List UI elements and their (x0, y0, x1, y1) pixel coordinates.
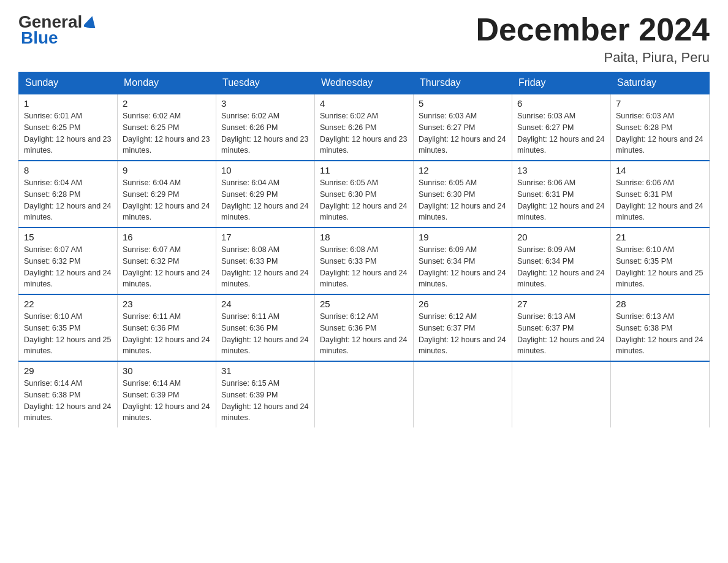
daylight-label: Daylight: (616, 202, 648, 210)
day-number: 3 (221, 98, 309, 109)
day-info: Sunrise: 6:04 AM Sunset: 6:28 PM Dayligh… (24, 177, 112, 223)
sunrise-label: Sunrise: (123, 379, 153, 388)
day-number: 2 (123, 98, 211, 109)
sunset-time: 6:26 PM (249, 123, 278, 132)
sunset-label: Sunset: (221, 190, 249, 199)
day-info: Sunrise: 6:03 AM Sunset: 6:27 PM Dayligh… (517, 110, 605, 156)
sunset-time: 6:27 PM (545, 123, 574, 132)
sunset-time: 6:34 PM (447, 257, 476, 266)
sunset-label: Sunset: (517, 190, 545, 199)
sunrise-label: Sunrise: (221, 178, 251, 187)
sunrise-time: 6:15 AM (251, 379, 279, 388)
sunset-label: Sunset: (419, 190, 447, 199)
day-number: 10 (221, 165, 309, 175)
daylight-label: Daylight: (221, 202, 253, 210)
sunset-label: Sunset: (419, 324, 447, 332)
sunrise-time: 6:02 AM (153, 112, 181, 120)
calendar-cell (414, 361, 512, 427)
sunrise-time: 6:11 AM (153, 312, 181, 321)
sunset-time: 6:30 PM (447, 190, 476, 199)
day-number: 11 (320, 165, 408, 175)
calendar-cell: 2 Sunrise: 6:02 AM Sunset: 6:25 PM Dayli… (118, 94, 216, 161)
day-header-tuesday: Tuesday (216, 72, 315, 94)
daylight-label: Daylight: (419, 135, 450, 144)
day-number: 23 (123, 299, 211, 309)
sunset-label: Sunset: (419, 123, 447, 132)
sunset-label: Sunset: (616, 257, 644, 266)
sunset-time: 6:37 PM (545, 324, 574, 332)
sunrise-label: Sunrise: (419, 112, 449, 120)
day-number: 31 (221, 366, 309, 376)
page-header: General Blue December 2024 Paita, Piura,… (18, 12, 710, 66)
sunrise-time: 6:14 AM (54, 379, 82, 388)
calendar-cell: 4 Sunrise: 6:02 AM Sunset: 6:26 PM Dayli… (315, 94, 414, 161)
sunrise-time: 6:03 AM (646, 112, 674, 120)
day-info: Sunrise: 6:05 AM Sunset: 6:30 PM Dayligh… (419, 177, 507, 223)
daylight-label: Daylight: (24, 335, 56, 344)
daylight-label: Daylight: (517, 202, 549, 210)
day-info: Sunrise: 6:10 AM Sunset: 6:35 PM Dayligh… (24, 311, 112, 357)
sunset-time: 6:39 PM (249, 391, 278, 399)
sunrise-label: Sunrise: (517, 112, 547, 120)
calendar-week-row: 8 Sunrise: 6:04 AM Sunset: 6:28 PM Dayli… (19, 161, 710, 228)
daylight-label: Daylight: (517, 135, 549, 144)
sunrise-time: 6:02 AM (251, 112, 279, 120)
daylight-label: Daylight: (320, 335, 352, 344)
sunrise-time: 6:07 AM (153, 245, 181, 254)
day-number: 18 (320, 232, 408, 242)
sunset-label: Sunset: (123, 190, 151, 199)
daylight-label: Daylight: (419, 269, 450, 277)
calendar-cell: 6 Sunrise: 6:03 AM Sunset: 6:27 PM Dayli… (512, 94, 611, 161)
day-header-saturday: Saturday (611, 72, 710, 94)
sunset-label: Sunset: (320, 123, 348, 132)
calendar-table: SundayMondayTuesdayWednesdayThursdayFrid… (18, 72, 710, 427)
daylight-label: Daylight: (320, 202, 352, 210)
sunrise-time: 6:08 AM (251, 245, 279, 254)
sunrise-time: 6:03 AM (547, 112, 575, 120)
sunrise-time: 6:02 AM (350, 112, 378, 120)
sunrise-time: 6:03 AM (449, 112, 477, 120)
sunrise-time: 6:09 AM (547, 245, 575, 254)
sunset-label: Sunset: (24, 190, 52, 199)
calendar-week-row: 15 Sunrise: 6:07 AM Sunset: 6:32 PM Dayl… (19, 228, 710, 294)
day-number: 4 (320, 98, 408, 109)
sunrise-time: 6:09 AM (449, 245, 477, 254)
day-info: Sunrise: 6:15 AM Sunset: 6:39 PM Dayligh… (221, 378, 309, 424)
calendar-cell: 14 Sunrise: 6:06 AM Sunset: 6:31 PM Dayl… (611, 161, 710, 228)
calendar-cell: 8 Sunrise: 6:04 AM Sunset: 6:28 PM Dayli… (19, 161, 118, 228)
sunset-time: 6:25 PM (52, 123, 81, 132)
sunset-label: Sunset: (517, 324, 545, 332)
sunrise-time: 6:05 AM (350, 178, 378, 187)
sunset-time: 6:38 PM (644, 324, 673, 332)
calendar-cell: 21 Sunrise: 6:10 AM Sunset: 6:35 PM Dayl… (611, 228, 710, 294)
calendar-cell: 23 Sunrise: 6:11 AM Sunset: 6:36 PM Dayl… (118, 294, 216, 361)
calendar-cell: 19 Sunrise: 6:09 AM Sunset: 6:34 PM Dayl… (414, 228, 512, 294)
sunset-label: Sunset: (24, 324, 52, 332)
day-header-monday: Monday (118, 72, 216, 94)
day-header-friday: Friday (512, 72, 611, 94)
sunrise-label: Sunrise: (320, 312, 350, 321)
daylight-label: Daylight: (221, 135, 253, 144)
calendar-cell: 9 Sunrise: 6:04 AM Sunset: 6:29 PM Dayli… (118, 161, 216, 228)
day-info: Sunrise: 6:04 AM Sunset: 6:29 PM Dayligh… (221, 177, 309, 223)
sunrise-label: Sunrise: (320, 112, 350, 120)
calendar-cell: 16 Sunrise: 6:07 AM Sunset: 6:32 PM Dayl… (118, 228, 216, 294)
calendar-cell: 12 Sunrise: 6:05 AM Sunset: 6:30 PM Dayl… (414, 161, 512, 228)
sunrise-time: 6:10 AM (54, 312, 82, 321)
sunset-label: Sunset: (221, 257, 249, 266)
sunset-label: Sunset: (616, 190, 644, 199)
sunset-time: 6:25 PM (151, 123, 180, 132)
sunrise-label: Sunrise: (517, 245, 547, 254)
sunrise-label: Sunrise: (517, 178, 547, 187)
sunset-time: 6:39 PM (151, 391, 180, 399)
day-info: Sunrise: 6:13 AM Sunset: 6:38 PM Dayligh… (616, 311, 704, 357)
daylight-label: Daylight: (616, 269, 648, 277)
day-info: Sunrise: 6:02 AM Sunset: 6:26 PM Dayligh… (320, 110, 408, 156)
sunrise-label: Sunrise: (616, 312, 646, 321)
day-number: 28 (616, 299, 704, 309)
calendar-cell: 27 Sunrise: 6:13 AM Sunset: 6:37 PM Dayl… (512, 294, 611, 361)
calendar-cell: 3 Sunrise: 6:02 AM Sunset: 6:26 PM Dayli… (216, 94, 315, 161)
calendar-cell: 11 Sunrise: 6:05 AM Sunset: 6:30 PM Dayl… (315, 161, 414, 228)
sunset-label: Sunset: (616, 123, 644, 132)
day-number: 16 (123, 232, 211, 242)
